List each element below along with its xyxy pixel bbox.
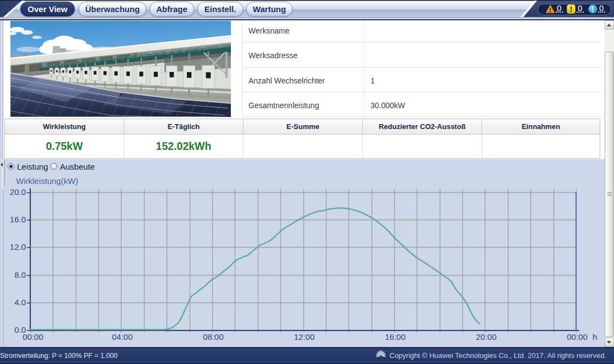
svg-text:16:00: 16:00 (385, 332, 406, 341)
svg-text:20:00: 20:00 (476, 332, 497, 341)
svg-text:8.0: 8.0 (14, 270, 26, 279)
svg-text:20.0: 20.0 (10, 187, 26, 197)
svg-text:00:00: 00:00 (567, 332, 588, 341)
svg-text:12:00: 12:00 (294, 332, 315, 341)
svg-text:04:00: 04:00 (112, 332, 133, 341)
svg-text:12.0: 12.0 (10, 242, 26, 251)
svg-text:00:00: 00:00 (23, 332, 43, 341)
svg-text:4.0: 4.0 (14, 298, 26, 307)
svg-text:08:00: 08:00 (203, 332, 224, 341)
svg-text:h: h (593, 332, 597, 341)
svg-text:16.0: 16.0 (10, 215, 26, 224)
